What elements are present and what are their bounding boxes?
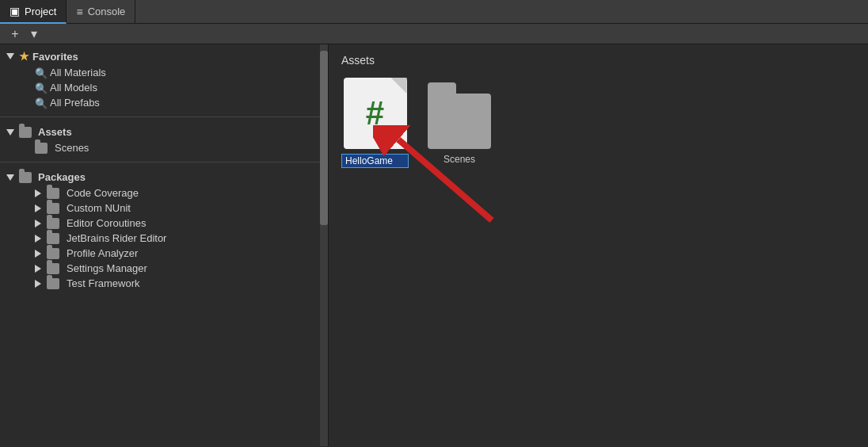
test-framework-expand-icon bbox=[35, 280, 41, 288]
profile-analyzer-label: Profile Analyzer bbox=[67, 247, 138, 259]
scenes-folder-icon bbox=[35, 143, 48, 154]
all-materials-label: All Materials bbox=[50, 67, 106, 78]
assets-collapse-icon bbox=[6, 129, 14, 136]
sidebar-item-test-framework[interactable]: Test Framework bbox=[0, 276, 328, 291]
profile-analyzer-expand-icon bbox=[35, 250, 41, 258]
favorites-header[interactable]: ★ Favorites bbox=[0, 48, 328, 65]
sidebar-item-jetbrains-rider-editor[interactable]: JetBrains Rider Editor bbox=[0, 231, 328, 246]
sidebar-item-settings-manager[interactable]: Settings Manager bbox=[0, 261, 328, 276]
tab-project[interactable]: ▣ Project bbox=[0, 0, 67, 24]
asset-item-scenes[interactable]: Scenes bbox=[428, 78, 491, 165]
sidebar-item-all-models[interactable]: 🔍 All Models bbox=[0, 80, 328, 95]
packages-label: Packages bbox=[38, 171, 86, 183]
packages-collapse-icon bbox=[6, 174, 14, 181]
console-icon: ≡ bbox=[76, 6, 82, 18]
tab-console-label: Console bbox=[88, 6, 126, 17]
code-coverage-label: Code Coverage bbox=[67, 187, 139, 199]
jetbrains-expand-icon bbox=[35, 235, 41, 243]
script-hash-symbol: # bbox=[366, 97, 384, 130]
settings-manager-folder-icon bbox=[47, 263, 59, 274]
custom-nunit-expand-icon bbox=[35, 204, 41, 212]
all-prefabs-label: All Prefabs bbox=[50, 97, 100, 109]
asset-name-scenes: Scenes bbox=[444, 154, 475, 165]
scrollbar-thumb[interactable] bbox=[320, 51, 328, 225]
main-layout: ★ Favorites 🔍 All Materials 🔍 All Models… bbox=[0, 44, 868, 446]
sidebar-item-profile-analyzer[interactable]: Profile Analyzer bbox=[0, 246, 328, 261]
editor-coroutines-expand-icon bbox=[35, 220, 41, 227]
assets-folder-icon bbox=[19, 127, 32, 138]
favorites-star-icon: ★ bbox=[19, 50, 29, 63]
settings-manager-expand-icon bbox=[35, 265, 41, 273]
favorites-section: ★ Favorites 🔍 All Materials 🔍 All Models… bbox=[0, 44, 328, 113]
test-framework-label: Test Framework bbox=[67, 277, 139, 289]
divider-1 bbox=[0, 117, 328, 117]
assets-panel-title: Assets bbox=[341, 54, 855, 67]
custom-nunit-label: Custom NUnit bbox=[67, 202, 131, 214]
editor-coroutines-folder-icon bbox=[47, 218, 59, 229]
folder-icon-large bbox=[428, 94, 491, 149]
packages-section: Packages Code Coverage Custom NUnit Edit… bbox=[0, 166, 328, 294]
assets-grid: # Scenes bbox=[341, 78, 855, 168]
favorites-label: Favorites bbox=[32, 51, 78, 63]
search-icon-prefabs: 🔍 bbox=[35, 97, 46, 109]
scenes-label: Scenes bbox=[55, 142, 89, 154]
code-coverage-folder-icon bbox=[47, 188, 59, 199]
jetbrains-label: JetBrains Rider Editor bbox=[67, 232, 166, 244]
search-icon: 🔍 bbox=[35, 67, 46, 78]
editor-coroutines-label: Editor Coroutines bbox=[67, 217, 146, 229]
add-button[interactable]: + bbox=[6, 26, 24, 42]
search-icon-models: 🔍 bbox=[35, 82, 46, 94]
sidebar-item-all-prefabs[interactable]: 🔍 All Prefabs bbox=[0, 95, 328, 110]
code-coverage-expand-icon bbox=[35, 189, 41, 197]
assets-grid-area: # Scenes bbox=[341, 78, 855, 168]
toolbar: + ▾ bbox=[0, 24, 868, 44]
tab-bar: ▣ Project ≡ Console bbox=[0, 0, 868, 24]
test-framework-folder-icon bbox=[47, 278, 59, 289]
profile-analyzer-folder-icon bbox=[47, 248, 59, 259]
tree-view: ★ Favorites 🔍 All Materials 🔍 All Models… bbox=[0, 44, 328, 446]
sidebar-item-editor-coroutines[interactable]: Editor Coroutines bbox=[0, 216, 328, 231]
sidebar-item-scenes[interactable]: Scenes bbox=[0, 140, 328, 155]
divider-2 bbox=[0, 162, 328, 162]
asset-name-input-hellogame[interactable] bbox=[341, 154, 409, 168]
tab-console[interactable]: ≡ Console bbox=[67, 0, 135, 23]
packages-header[interactable]: Packages bbox=[0, 169, 328, 185]
scrollbar-track[interactable] bbox=[320, 44, 328, 446]
favorites-collapse-icon bbox=[6, 53, 14, 59]
assets-label: Assets bbox=[38, 126, 72, 138]
sidebar-item-all-materials[interactable]: 🔍 All Materials bbox=[0, 65, 328, 80]
tab-project-label: Project bbox=[25, 6, 56, 17]
asset-item-hellogame[interactable]: # bbox=[341, 78, 409, 168]
left-panel: ★ Favorites 🔍 All Materials 🔍 All Models… bbox=[0, 44, 329, 446]
jetbrains-folder-icon bbox=[47, 233, 59, 244]
packages-folder-icon bbox=[19, 172, 32, 183]
custom-nunit-folder-icon bbox=[47, 203, 59, 214]
project-icon: ▣ bbox=[10, 5, 20, 17]
sidebar-item-code-coverage[interactable]: Code Coverage bbox=[0, 185, 328, 201]
dropdown-button[interactable]: ▾ bbox=[25, 26, 43, 42]
script-icon: # bbox=[344, 78, 407, 149]
right-panel: Assets # Scenes bbox=[329, 44, 868, 446]
settings-manager-label: Settings Manager bbox=[67, 262, 147, 274]
assets-section: Assets Scenes bbox=[0, 120, 328, 159]
sidebar-item-custom-nunit[interactable]: Custom NUnit bbox=[0, 201, 328, 216]
all-models-label: All Models bbox=[50, 82, 97, 94]
assets-header[interactable]: Assets bbox=[0, 124, 328, 140]
